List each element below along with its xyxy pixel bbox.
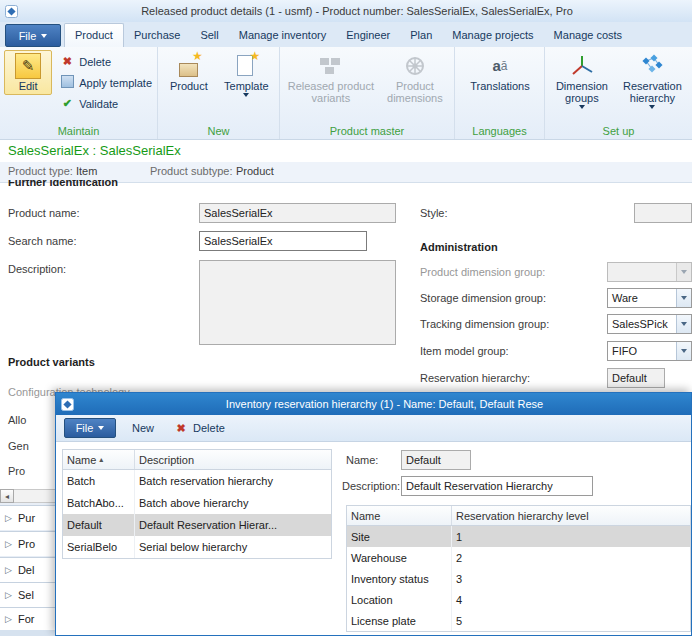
style-input[interactable] <box>634 203 692 223</box>
table-row-license-plate[interactable]: License plate 5 <box>347 610 690 631</box>
dialog-delete-button[interactable]: ✖ Delete <box>170 422 229 435</box>
reservation-hierarchy-input[interactable]: Default <box>607 368 665 388</box>
file-menu-label: File <box>19 30 37 42</box>
ribbon-tabs: Product Purchase Sell Manage inventory E… <box>64 23 632 47</box>
column-header-label: Name <box>67 454 96 466</box>
grid-header-row: Name ▴ Description <box>63 450 331 470</box>
tracking-dimension-group-combobox[interactable]: SalesSPick <box>607 314 692 334</box>
column-header-name[interactable]: Name ▴ <box>63 450 135 469</box>
cell-level: 3 <box>456 573 462 585</box>
tab-engineer[interactable]: Engineer <box>336 23 400 47</box>
dialog-title: Inventory reservation hierarchy (1) - Na… <box>80 398 689 410</box>
validate-button[interactable]: ✔ Validate <box>57 93 155 114</box>
chevron-right-icon: ▷ <box>5 565 12 575</box>
chevron-down-icon[interactable] <box>676 315 691 333</box>
tab-sell[interactable]: Sell <box>190 23 228 47</box>
fasttab-sell[interactable]: ▷ Sel <box>0 582 57 607</box>
translations-button[interactable]: a ā Translations <box>459 50 541 95</box>
sort-ascending-icon: ▴ <box>99 455 103 464</box>
new-product-icon: ★ <box>176 53 202 79</box>
horizontal-scrollbar[interactable] <box>14 489 57 503</box>
released-product-variants-icon <box>318 53 344 79</box>
search-name-input[interactable]: SalesSerialEx <box>199 231 367 251</box>
item-model-group-label: Item model group: <box>420 345 509 357</box>
apply-template-icon <box>60 75 74 90</box>
dialog-name-input[interactable]: Default <box>401 450 471 470</box>
cell-name: License plate <box>351 615 416 627</box>
delete-button[interactable]: ✖ Delete <box>57 51 155 72</box>
dialog-menubar: File New ✖ Delete <box>56 415 691 442</box>
tab-manage-costs[interactable]: Manage costs <box>544 23 632 47</box>
table-row-warehouse[interactable]: Warehouse 2 <box>347 547 690 568</box>
column-header-label: Reservation hierarchy level <box>456 510 589 522</box>
column-header-name[interactable]: Name <box>347 506 452 525</box>
tab-plan[interactable]: Plan <box>400 23 442 47</box>
apply-template-label: Apply template <box>79 77 152 89</box>
new-template-button[interactable]: ★ Template <box>216 50 277 100</box>
table-row-batch[interactable]: Batch Batch reservation hierarchy <box>63 470 331 492</box>
dimension-groups-button[interactable]: Dimension groups <box>549 50 615 112</box>
new-product-button[interactable]: ★ Product <box>162 50 216 95</box>
ribbon-group-setup: Dimension groups Reservation hierarchy S… <box>545 47 692 139</box>
fasttab-deliver[interactable]: ▷ Del <box>0 557 57 582</box>
translations-icon: a ā <box>487 53 513 79</box>
window-titlebar[interactable]: Released product details (1 - usmf) - Pr… <box>0 0 692 23</box>
fasttab-purchase[interactable]: ▷ Pur <box>0 505 57 530</box>
cell-name: Inventory status <box>351 573 429 585</box>
cell-name: Warehouse <box>351 552 407 564</box>
item-model-group-value: FIFO <box>612 345 637 357</box>
item-model-group-combobox[interactable]: FIFO <box>607 341 692 361</box>
tracking-dimension-group-label: Tracking dimension group: <box>420 318 549 330</box>
dialog-description-value: Default Reservation Hierarchy <box>406 480 553 492</box>
tab-manage-projects[interactable]: Manage projects <box>442 23 543 47</box>
column-header-description[interactable]: Description <box>135 450 331 469</box>
table-row-batchabove[interactable]: BatchAbo... Batch above hierarchy <box>63 492 331 514</box>
cell-level: 2 <box>456 552 462 564</box>
reservation-hierarchy-label: Reservation hierarchy <box>618 80 687 104</box>
dialog-titlebar[interactable]: Inventory reservation hierarchy (1) - Na… <box>56 393 691 415</box>
scroll-left-button[interactable]: ◂ <box>0 489 14 503</box>
clipped-label-allo: Allo <box>8 414 26 426</box>
apply-template-button[interactable]: Apply template <box>57 72 155 93</box>
fasttab-label: Sel <box>18 589 34 601</box>
dialog-file-menu-button[interactable]: File <box>64 418 116 438</box>
fasttab-label: For <box>18 613 35 625</box>
delete-x-icon: ✖ <box>60 55 74 68</box>
table-row-location[interactable]: Location 4 <box>347 589 690 610</box>
storage-dimension-group-label: Storage dimension group: <box>420 292 546 304</box>
new-template-icon: ★ <box>233 53 259 79</box>
product-name-input[interactable]: SalesSerialEx <box>199 203 396 223</box>
column-header-level[interactable]: Reservation hierarchy level <box>452 506 690 525</box>
delete-button-label: Delete <box>79 56 111 68</box>
validate-label: Validate <box>79 98 118 110</box>
validate-check-icon: ✔ <box>60 97 74 110</box>
description-input[interactable] <box>199 260 396 345</box>
chevron-right-icon: ▷ <box>5 590 12 600</box>
dialog-description-input[interactable]: Default Reservation Hierarchy <box>401 476 593 496</box>
column-header-label: Name <box>351 510 380 522</box>
table-row-site[interactable]: Site 1 <box>347 526 690 547</box>
dialog-new-button[interactable]: New <box>128 422 158 434</box>
scroll-left-icon: ◂ <box>5 492 9 501</box>
fasttab-label: Pro <box>18 538 35 550</box>
chevron-down-icon[interactable] <box>676 342 691 360</box>
table-row-default[interactable]: Default Default Reservation Hierar... <box>63 514 331 536</box>
fasttab-foreign-trade[interactable]: ▷ For <box>0 607 57 630</box>
product-subtype-label: Product subtype: <box>150 165 233 177</box>
column-header-label: Description <box>139 454 194 466</box>
tab-manage-inventory[interactable]: Manage inventory <box>229 23 336 47</box>
edit-button[interactable]: ✎ Edit <box>4 50 52 95</box>
table-row-inventory-status[interactable]: Inventory status 3 <box>347 568 690 589</box>
file-menu-button[interactable]: File <box>5 24 61 47</box>
ribbon-group-label-product-master: Product master <box>280 125 454 137</box>
clipped-label-gen: Gen <box>8 440 29 452</box>
tab-product[interactable]: Product <box>64 23 124 47</box>
dimension-groups-icon <box>569 53 595 79</box>
chevron-down-icon[interactable] <box>676 289 691 307</box>
cell-level: 4 <box>456 594 462 606</box>
reservation-hierarchy-button[interactable]: Reservation hierarchy <box>615 50 690 112</box>
tab-purchase[interactable]: Purchase <box>124 23 190 47</box>
table-row-serialbelow[interactable]: SerialBelo Serial below hierarchy <box>63 536 331 558</box>
storage-dimension-group-combobox[interactable]: Ware <box>607 288 692 308</box>
fasttab-produce[interactable]: ▷ Pro <box>0 531 57 556</box>
